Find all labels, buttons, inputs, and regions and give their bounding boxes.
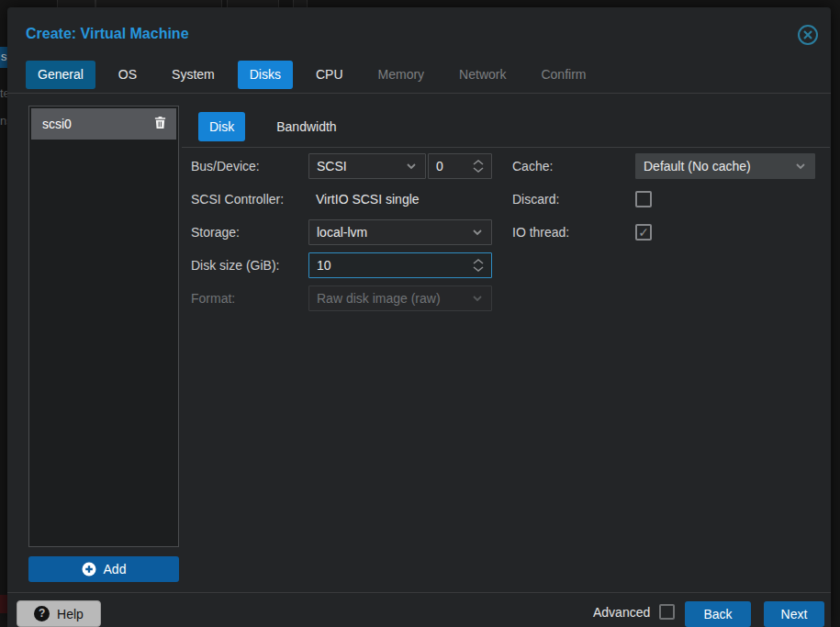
spinner-arrows-icon[interactable]: [473, 160, 484, 173]
disk-size-label: Disk size (GiB):: [191, 252, 279, 278]
dialog-title: Create: Virtual Machine: [26, 26, 189, 42]
tab-system[interactable]: System: [160, 61, 227, 89]
disk-item-label: scsi0: [42, 117, 153, 131]
cache-select[interactable]: Default (No cache): [635, 153, 815, 179]
subtab-separator: [182, 147, 830, 148]
tab-disks[interactable]: Disks: [238, 61, 293, 89]
back-button[interactable]: Back: [685, 601, 751, 627]
format-value: Raw disk image (raw): [317, 291, 471, 306]
disk-list-item-scsi0[interactable]: scsi0: [31, 108, 176, 140]
discard-label: Discard:: [512, 186, 559, 212]
chevron-down-icon: [405, 160, 418, 173]
tab-cpu[interactable]: CPU: [304, 61, 355, 89]
close-icon[interactable]: [797, 24, 819, 46]
question-circle-icon: ?: [34, 606, 50, 621]
trash-icon[interactable]: [153, 116, 167, 132]
subtab-bar: Disk Bandwidth: [198, 112, 348, 141]
bus-device-value: SCSI: [317, 159, 405, 174]
advanced-checkbox[interactable]: [659, 604, 675, 620]
cache-value: Default (No cache): [644, 159, 794, 174]
bus-device-label: Bus/Device:: [191, 153, 260, 179]
wizard-tabbar: General OS System Disks CPU Memory Netwo…: [26, 61, 598, 89]
disk-size-value: 10: [317, 258, 473, 273]
disk-list-panel: scsi0: [28, 106, 179, 547]
scsi-controller-label: SCSI Controller:: [191, 186, 284, 212]
subtab-bandwidth[interactable]: Bandwidth: [265, 112, 347, 141]
tab-memory: Memory: [366, 61, 437, 89]
advanced-label: Advanced: [593, 605, 650, 620]
tab-general[interactable]: General: [26, 61, 95, 89]
chevron-down-icon: [471, 226, 484, 239]
io-thread-checkbox[interactable]: ✓: [635, 224, 652, 241]
add-button-label: Add: [104, 562, 127, 577]
storage-label: Storage:: [191, 219, 240, 245]
spinner-arrows-icon[interactable]: [473, 259, 484, 272]
cache-label: Cache:: [512, 153, 553, 179]
format-label: Format:: [191, 286, 235, 311]
help-button[interactable]: ? Help: [17, 600, 101, 627]
tab-os[interactable]: OS: [106, 61, 149, 89]
storage-select[interactable]: local-lvm: [308, 219, 492, 245]
tab-confirm: Confirm: [529, 61, 598, 89]
bus-device-select[interactable]: SCSI: [308, 153, 426, 179]
plus-circle-icon: [82, 562, 96, 577]
create-vm-dialog: Create: Virtual Machine General OS Syste…: [7, 7, 831, 627]
storage-value: local-lvm: [317, 225, 471, 240]
advanced-option: Advanced: [593, 604, 675, 620]
io-thread-label: IO thread:: [512, 219, 569, 245]
chevron-down-icon: [471, 292, 484, 305]
discard-checkbox[interactable]: [635, 191, 652, 207]
subtab-disk[interactable]: Disk: [198, 112, 245, 141]
disk-size-input[interactable]: 10: [308, 252, 492, 278]
next-button[interactable]: Next: [764, 601, 824, 627]
chevron-down-icon: [794, 160, 807, 173]
format-select: Raw disk image (raw): [308, 286, 492, 311]
screen: s te ns Create: Virtual Machine General …: [0, 0, 840, 627]
tabbar-separator: [7, 93, 831, 94]
bus-number-value: 0: [436, 159, 473, 174]
footer-separator: [7, 592, 831, 593]
add-button[interactable]: Add: [28, 556, 179, 582]
bus-number-spinner[interactable]: 0: [428, 153, 492, 179]
help-button-label: Help: [57, 607, 84, 621]
tab-network: Network: [447, 61, 518, 89]
scsi-controller-value: VirtIO SCSI single: [316, 186, 420, 212]
